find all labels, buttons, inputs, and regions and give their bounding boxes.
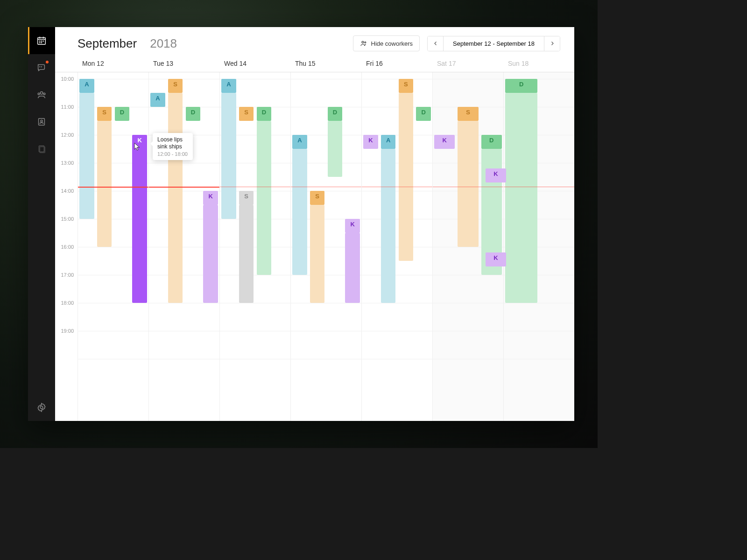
hour-gridline	[433, 275, 503, 275]
calendar-event[interactable]: K	[132, 135, 147, 303]
hour-gridline	[504, 303, 574, 303]
gear-icon	[36, 402, 47, 413]
calendar-event[interactable]: D	[328, 107, 343, 121]
time-label: 14:00	[61, 188, 74, 194]
calendar-event[interactable]	[292, 149, 307, 275]
day-header[interactable]: Wed 14	[219, 56, 290, 72]
date-range-label[interactable]: September 12 - September 18	[444, 36, 544, 51]
day-column[interactable]: ASDK	[290, 72, 361, 421]
current-time-indicator	[362, 187, 432, 187]
calendar-event[interactable]	[328, 121, 343, 177]
sidebar-team[interactable]	[28, 81, 55, 108]
calendar-event[interactable]	[399, 93, 414, 261]
event-tooltip: Loose lips sink ships12:00 - 18:00	[153, 133, 193, 160]
calendar-event[interactable]: K	[345, 219, 360, 233]
current-time-indicator	[149, 187, 219, 188]
svg-point-9	[40, 67, 40, 67]
hour-gridline	[149, 107, 219, 107]
sidebar-notes[interactable]	[28, 135, 55, 162]
day-column[interactable]: ASDK	[148, 72, 219, 421]
hour-gridline	[291, 79, 361, 79]
calendar-grid: 10:0011:0012:0013:0014:0015:0016:0017:00…	[55, 72, 574, 421]
sidebar-calendar[interactable]	[28, 27, 55, 54]
sidebar-contacts[interactable]	[28, 108, 55, 135]
svg-point-11	[40, 92, 43, 95]
day-header[interactable]: Sat 17	[432, 56, 503, 72]
calendar-event[interactable]: S	[458, 107, 478, 121]
tooltip-time: 12:00 - 18:00	[157, 151, 188, 157]
date-range-picker: September 12 - September 18	[427, 36, 560, 51]
current-time-indicator	[220, 187, 290, 187]
hour-gridline	[504, 331, 574, 331]
day-column[interactable]: ASDKLoose lips sink ships12:00 - 18:00	[78, 72, 148, 421]
calendar-event[interactable]: A	[381, 135, 396, 149]
day-column[interactable]: KSDKK	[432, 72, 503, 421]
calendar-event[interactable]: D	[115, 107, 130, 121]
calendar-event[interactable]: S	[239, 107, 254, 121]
calendar-event[interactable]: K	[434, 135, 455, 149]
day-header[interactable]: Sun 18	[503, 56, 574, 72]
calendar-event[interactable]	[310, 205, 325, 303]
calendar-event[interactable]	[79, 93, 94, 219]
hour-gridline	[149, 359, 219, 359]
calendar-event[interactable]	[221, 93, 236, 219]
day-column[interactable]: KASD	[361, 72, 432, 421]
calendar-event[interactable]: A	[292, 135, 307, 149]
hide-coworkers-button[interactable]: Hide coworkers	[353, 35, 420, 51]
calendar-event[interactable]	[381, 149, 396, 303]
calendar-event[interactable]: K	[486, 168, 506, 182]
hour-gridline	[291, 107, 361, 107]
hour-gridline	[362, 247, 432, 247]
current-time-indicator	[504, 187, 574, 187]
calendar-event[interactable]	[505, 93, 537, 303]
day-header[interactable]: Thu 15	[290, 56, 361, 72]
calendar-event[interactable]: D	[186, 107, 201, 121]
next-week-button[interactable]	[544, 36, 560, 51]
calendar-event[interactable]: A	[150, 93, 165, 107]
hour-gridline	[149, 79, 219, 79]
calendar-event[interactable]: S	[168, 79, 183, 93]
calendar-event[interactable]: D	[505, 79, 537, 93]
main-panel: September 2018 Hide coworkers September …	[55, 27, 574, 421]
calendar-event[interactable]	[345, 233, 360, 303]
calendar-event[interactable]	[257, 121, 272, 275]
sidebar-settings[interactable]	[28, 394, 55, 421]
hour-gridline	[291, 359, 361, 359]
calendar-app: September 2018 Hide coworkers September …	[28, 27, 574, 421]
hour-gridline	[220, 247, 290, 247]
day-header[interactable]: Fri 16	[361, 56, 432, 72]
time-column: 10:0011:0012:0013:0014:0015:0016:0017:00…	[55, 72, 78, 421]
calendar-event[interactable]	[97, 121, 112, 247]
time-label: 12:00	[61, 132, 74, 138]
day-column[interactable]: D	[503, 72, 574, 421]
calendar-event[interactable]	[239, 205, 254, 303]
chevron-right-icon	[550, 41, 555, 46]
calendar-event[interactable]: D	[416, 107, 431, 121]
calendar-event[interactable]	[168, 93, 183, 303]
calendar-event[interactable]: K	[363, 135, 378, 149]
calendar-event[interactable]: S	[399, 79, 414, 93]
calendar-event[interactable]: D	[257, 107, 272, 121]
day-header[interactable]: Tue 13	[148, 56, 219, 72]
calendar-event[interactable]: D	[481, 135, 502, 149]
calendar-event[interactable]: S	[310, 191, 325, 205]
calendar-event[interactable]: S	[97, 107, 112, 121]
calendar-event[interactable]: K	[486, 252, 506, 266]
calendar-event[interactable]: K	[203, 191, 218, 205]
calendar-event[interactable]: S	[239, 191, 254, 205]
time-label: 17:00	[61, 272, 74, 278]
day-header[interactable]: Mon 12	[78, 56, 148, 72]
hour-gridline	[433, 79, 503, 79]
prev-week-button[interactable]	[428, 36, 444, 51]
svg-point-19	[362, 41, 364, 43]
current-time-indicator	[78, 187, 148, 188]
calendar-event[interactable]: A	[221, 79, 236, 93]
calendar-event[interactable]	[458, 121, 478, 247]
hour-gridline	[362, 331, 432, 331]
day-column[interactable]: ASSD	[219, 72, 290, 421]
calendar-event[interactable]	[203, 205, 218, 303]
svg-point-12	[38, 93, 40, 95]
sidebar-chat[interactable]	[28, 54, 55, 81]
calendar-event[interactable]: A	[79, 79, 94, 93]
team-icon	[36, 90, 47, 100]
